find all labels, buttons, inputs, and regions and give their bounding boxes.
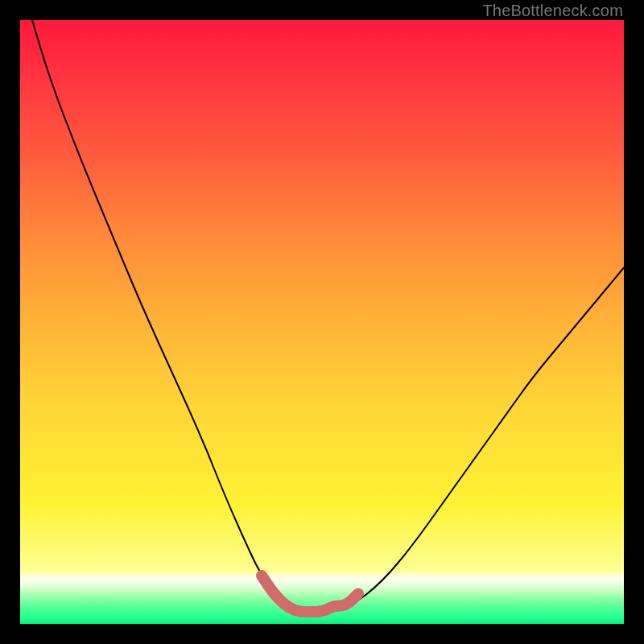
chart-svg	[20, 20, 624, 624]
highlight-segment	[262, 576, 358, 612]
bottleneck-curve	[32, 20, 624, 612]
watermark-text: TheBottleneck.com	[482, 2, 623, 20]
chart-frame: TheBottleneck.com	[0, 0, 644, 644]
gradient-plot-area	[20, 20, 624, 624]
